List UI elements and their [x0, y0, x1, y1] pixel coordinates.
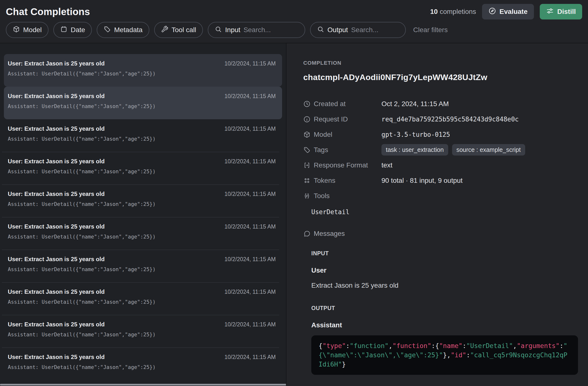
completion-id: chatcmpl-ADyAodii0NF7ig7yLepWW428UJtZw	[303, 73, 578, 82]
tokens-icon	[303, 177, 311, 184]
filter-bar: ModelDateMetadataTool call Input Output …	[6, 21, 582, 39]
filter-pill-model[interactable]: Model	[6, 22, 48, 38]
item-timestamp: 10/2/2024, 11:15 AM	[224, 93, 276, 99]
completion-list-item[interactable]: User: Extract Jason is 25 years old10/2/…	[4, 87, 282, 119]
completion-list-item[interactable]: User: Extract Jason is 25 years old10/2/…	[4, 315, 282, 347]
item-assistant-text: Assistant: UserDetail({"name":"Jason","a…	[8, 364, 276, 370]
field-row-tools: Tools	[303, 188, 578, 203]
completion-list-item[interactable]: User: Extract Jason is 25 years old10/2/…	[4, 152, 282, 184]
item-assistant-text: Assistant: UserDetail({"name":"Jason","a…	[8, 103, 276, 109]
completion-section-label: COMPLETION	[303, 60, 578, 66]
item-user-text: User: Extract Jason is 25 years old	[8, 223, 105, 230]
item-assistant-text: Assistant: UserDetail({"name":"Jason","a…	[8, 332, 276, 338]
tool-name: UserDetail	[311, 208, 578, 216]
item-user-text: User: Extract Jason is 25 years old	[8, 158, 105, 165]
item-user-text: User: Extract Jason is 25 years old	[8, 289, 105, 295]
field-row-tags: Tagstask : user_extractionsource : examp…	[303, 142, 578, 157]
output-search[interactable]: Output	[310, 22, 406, 38]
page-title: Chat Completions	[6, 6, 90, 17]
item-timestamp: 10/2/2024, 11:15 AM	[224, 223, 276, 230]
field-value: text	[381, 161, 392, 169]
field-row-request-id: Request IDreq_d4e7ba759225b595c584243d9c…	[303, 112, 578, 127]
field-row-response-format: Response Formattext	[303, 157, 578, 173]
field-value: 90 total · 81 input, 9 output	[381, 177, 462, 184]
item-user-text: User: Extract Jason is 25 years old	[8, 93, 105, 99]
item-user-text: User: Extract Jason is 25 years old	[8, 191, 105, 197]
output-section-label: OUTPUT	[311, 305, 578, 311]
clock-icon	[303, 100, 311, 108]
distill-button[interactable]: Distill	[540, 4, 582, 19]
clear-filters-link[interactable]: Clear filters	[413, 26, 448, 34]
field-label: Response Format	[314, 161, 381, 169]
evaluate-button[interactable]: Evaluate	[482, 4, 534, 19]
completions-count-label: completions	[440, 8, 476, 15]
completion-list-item[interactable]: User: Extract Jason is 25 years old10/2/…	[4, 217, 282, 250]
output-code-block: {"type":"function","function":{"name":"U…	[311, 335, 578, 375]
item-user-text: User: Extract Jason is 25 years old	[8, 321, 105, 328]
field-label: Tools	[314, 192, 381, 200]
output-search-label: Output	[327, 26, 348, 34]
messages-label: Messages	[314, 230, 345, 237]
completion-list-item[interactable]: User: Extract Jason is 25 years old10/2/…	[4, 347, 282, 380]
messages-section-header: Messages	[303, 230, 578, 237]
output-role: Assistant	[311, 321, 578, 329]
field-label: Request ID	[314, 115, 381, 123]
filter-pill-metadata[interactable]: Metadata	[97, 22, 149, 38]
compass-icon	[488, 7, 496, 17]
input-search[interactable]: Input	[208, 22, 305, 38]
completions-list-panel: User: Extract Jason is 25 years old10/2/…	[0, 43, 286, 386]
chat-bubble-icon	[303, 230, 311, 237]
field-label: Tokens	[314, 177, 381, 184]
completion-fields: Created atOct 2, 2024, 11:15 AMRequest I…	[303, 96, 578, 203]
field-label: Tags	[314, 146, 381, 154]
item-user-text: User: Extract Jason is 25 years old	[8, 256, 105, 263]
item-assistant-text: Assistant: UserDetail({"name":"Jason","a…	[8, 267, 276, 272]
filter-pill-date[interactable]: Date	[53, 22, 92, 38]
item-timestamp: 10/2/2024, 11:15 AM	[224, 256, 276, 263]
search-icon	[317, 26, 324, 35]
field-row-created-at: Created atOct 2, 2024, 11:15 AM	[303, 96, 578, 112]
completion-list-item[interactable]: User: Extract Jason is 25 years old10/2/…	[4, 119, 282, 152]
item-timestamp: 10/2/2024, 11:15 AM	[224, 354, 276, 360]
search-icon	[215, 26, 222, 35]
info-icon	[303, 116, 311, 123]
tag-chip: source : example_script	[452, 144, 525, 155]
field-label: Created at	[314, 100, 381, 108]
field-label: Model	[314, 131, 381, 138]
item-timestamp: 10/2/2024, 11:15 AM	[224, 158, 276, 165]
horizontal-scrollbar[interactable]	[0, 384, 286, 386]
completions-count-number: 10	[430, 8, 438, 15]
filter-pill-label: Model	[23, 26, 42, 34]
cube-icon	[303, 131, 311, 138]
item-assistant-text: Assistant: UserDetail({"name":"Jason","a…	[8, 234, 276, 240]
item-assistant-text: Assistant: UserDetail({"name":"Jason","a…	[8, 169, 276, 174]
cube-icon	[13, 26, 20, 35]
input-search-field[interactable]	[244, 26, 299, 34]
item-assistant-text: Assistant: UserDetail({"name":"Jason","a…	[8, 201, 276, 207]
filter-pill-tool-call[interactable]: Tool call	[154, 22, 203, 38]
completion-detail-panel: COMPLETION chatcmpl-ADyAodii0NF7ig7yLepW…	[286, 43, 588, 386]
field-value: req_d4e7ba759225b595c584243d9c848e0c	[381, 116, 519, 123]
input-role: User	[311, 267, 578, 274]
item-assistant-text: Assistant: UserDetail({"name":"Jason","a…	[8, 136, 276, 142]
item-timestamp: 10/2/2024, 11:15 AM	[224, 60, 276, 67]
field-row-tokens: Tokens90 total · 81 input, 9 output	[303, 173, 578, 188]
tag-icon	[303, 146, 311, 154]
field-value: Oct 2, 2024, 11:15 AM	[381, 100, 449, 108]
distill-button-label: Distill	[557, 8, 576, 16]
completion-list-item[interactable]: User: Extract Jason is 25 years old10/2/…	[4, 250, 282, 282]
completion-list-item[interactable]: User: Extract Jason is 25 years old10/2/…	[4, 184, 282, 217]
completion-list-item[interactable]: User: Extract Jason is 25 years old10/2/…	[4, 282, 282, 315]
completion-list-item[interactable]: User: Extract Jason is 25 years old10/2/…	[4, 54, 282, 87]
item-assistant-text: Assistant: UserDetail({"name":"Jason","a…	[8, 299, 276, 305]
tag-chips: task : user_extractionsource : example_s…	[381, 144, 525, 155]
wrench-icon	[161, 26, 168, 35]
field-value: gpt-3.5-turbo-0125	[381, 131, 450, 138]
braces-icon	[303, 192, 311, 200]
item-user-text: User: Extract Jason is 25 years old	[8, 125, 105, 132]
output-search-field[interactable]	[351, 26, 399, 34]
app-header: Chat Completions 10completions Evaluate …	[0, 0, 588, 43]
item-user-text: User: Extract Jason is 25 years old	[8, 354, 105, 360]
item-timestamp: 10/2/2024, 11:15 AM	[224, 126, 276, 132]
tag-icon	[104, 26, 111, 35]
